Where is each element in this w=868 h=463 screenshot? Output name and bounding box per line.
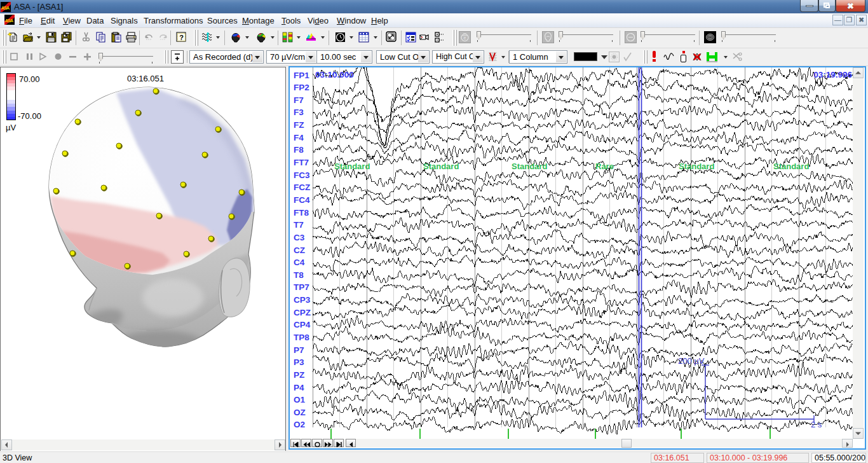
svg-text:Standard: Standard: [512, 162, 547, 171]
svg-text:F8: F8: [294, 145, 304, 155]
svg-text:CPZ: CPZ: [294, 308, 311, 317]
svg-text:F7: F7: [294, 95, 304, 105]
svg-text:O2: O2: [294, 420, 305, 429]
svg-text:C3: C3: [294, 233, 305, 242]
svg-text:T7: T7: [294, 220, 304, 230]
svg-text:FCZ: FCZ: [294, 183, 310, 192]
svg-text:ASA: ASA: [1, 6, 10, 10]
svg-text:TP7: TP7: [294, 282, 309, 292]
svg-text:ASA: ASA: [5, 18, 13, 23]
svg-text:FP2: FP2: [294, 83, 309, 92]
svg-text:e: e: [463, 35, 466, 41]
svg-text:FT7: FT7: [294, 158, 309, 167]
svg-text:P3: P3: [294, 357, 304, 367]
svg-text:TP8: TP8: [294, 333, 309, 342]
svg-text:Standard: Standard: [679, 162, 714, 171]
svg-text:Standard: Standard: [334, 162, 370, 171]
svg-text:CP4: CP4: [294, 320, 311, 329]
svg-text:200 µV: 200 µV: [678, 356, 705, 366]
svg-text:T8: T8: [294, 270, 304, 280]
svg-text:FT8: FT8: [294, 208, 309, 218]
svg-text:Standard: Standard: [773, 162, 809, 171]
svg-text:Standard: Standard: [423, 162, 459, 171]
svg-text:03:19.996: 03:19.996: [813, 70, 852, 79]
svg-text:?: ?: [179, 34, 184, 41]
svg-text:O1: O1: [294, 395, 306, 404]
svg-text:FP1: FP1: [294, 71, 309, 80]
svg-text:FC4: FC4: [294, 195, 310, 205]
svg-text:F3: F3: [294, 107, 304, 117]
svg-text:FC3: FC3: [294, 170, 310, 180]
svg-text:OZ: OZ: [294, 408, 306, 417]
svg-text:03:10.000: 03:10.000: [315, 70, 354, 79]
svg-text:2 s: 2 s: [811, 420, 822, 429]
svg-text:Rare: Rare: [595, 162, 614, 171]
svg-text:FZ: FZ: [294, 120, 304, 130]
svg-text:P4: P4: [294, 383, 304, 392]
svg-text:CZ: CZ: [294, 245, 305, 255]
svg-text:PZ: PZ: [294, 370, 304, 380]
svg-text:C4: C4: [294, 258, 305, 267]
svg-text:F4: F4: [294, 133, 304, 142]
svg-text:CP3: CP3: [294, 295, 311, 305]
svg-text:P7: P7: [294, 345, 304, 355]
